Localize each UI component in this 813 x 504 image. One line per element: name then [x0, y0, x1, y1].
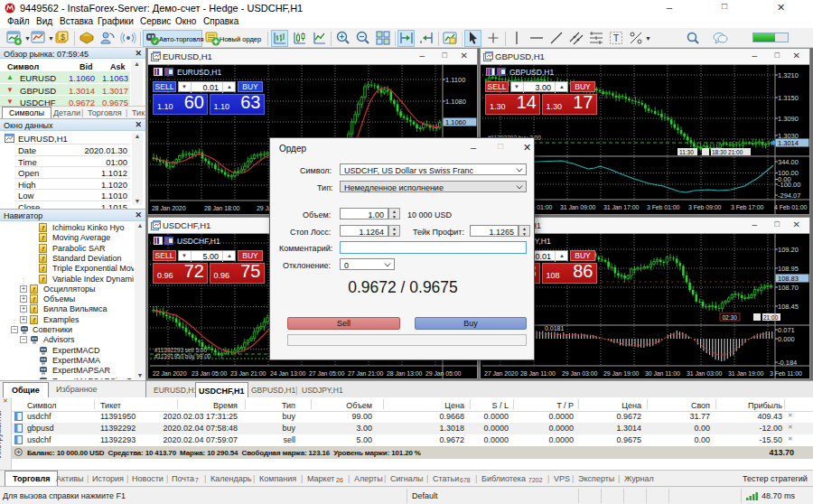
svg-text:21:00: 21:00 [763, 314, 779, 321]
svg-text:0.0181: 0.0181 [545, 325, 565, 331]
svg-text:0.000: 0.000 [778, 335, 795, 343]
svg-text:3 Feb 11:00: 3 Feb 11:00 [770, 370, 802, 377]
svg-text:109.20: 109.20 [778, 246, 799, 254]
svg-text:108.45: 108.45 [778, 303, 799, 311]
svg-text:4 Feb 01:00: 4 Feb 01:00 [774, 204, 807, 210]
svg-text:-0.184: -0.184 [778, 359, 797, 367]
svg-text:30 Jan 11:00: 30 Jan 11:00 [645, 370, 680, 377]
svg-text:18:30 21:00: 18:30 21:00 [712, 149, 743, 155]
svg-text:1.3090: 1.3090 [778, 115, 799, 123]
svg-text:24 Jan 13:00: 24 Jan 13:00 [270, 370, 305, 377]
svg-text:31 Jan 17:00: 31 Jan 17:00 [603, 204, 639, 210]
svg-text:108.70: 108.70 [778, 284, 799, 292]
svg-text:1.1100: 1.1100 [445, 76, 465, 84]
svg-text:27 Jan 21:00: 27 Jan 21:00 [348, 370, 383, 377]
svg-text:23 Jan 05:00: 23 Jan 05:00 [192, 370, 227, 377]
svg-text:1.1080: 1.1080 [445, 98, 466, 106]
svg-text:23 Jan 21:00: 23 Jan 21:00 [230, 370, 266, 377]
svg-text:3 Feb 01:00: 3 Feb 01:00 [647, 204, 679, 210]
svg-text:-100.00: -100.00 [778, 181, 800, 189]
svg-text:108.95: 108.95 [778, 265, 799, 273]
svg-text:31 Jan 19:00: 31 Jan 19:00 [728, 370, 763, 377]
svg-text:#11391950 buy 99.00: #11391950 buy 99.00 [154, 353, 211, 360]
svg-text:28 Jan 11:00: 28 Jan 11:00 [520, 370, 556, 377]
svg-text:0.071: 0.071 [778, 326, 795, 334]
svg-text:29 Jan 03:00: 29 Jan 03:00 [562, 370, 597, 377]
svg-text:28 Jan 2020: 28 Jan 2020 [152, 205, 186, 211]
svg-text:108.83: 108.83 [778, 275, 799, 283]
svg-text:27 Jan 05:00: 27 Jan 05:00 [309, 370, 344, 377]
svg-text:3 Feb 09:00: 3 Feb 09:00 [688, 204, 721, 210]
svg-text:344.00: 344.00 [778, 158, 799, 166]
svg-text:1.3150: 1.3150 [778, 94, 799, 102]
svg-text:1.3210: 1.3210 [778, 71, 799, 79]
svg-text:27 Jan 2020: 27 Jan 2020 [484, 370, 519, 377]
svg-text:29 Jan 19:00: 29 Jan 19:00 [603, 370, 639, 377]
svg-text:11:30: 11:30 [679, 149, 694, 155]
svg-text:1.1060: 1.1060 [445, 118, 466, 126]
svg-text:28 Jan 18:00: 28 Jan 18:00 [204, 205, 239, 211]
svg-text:29 Jan 05:00: 29 Jan 05:00 [425, 370, 461, 377]
svg-text:22 Jan 2020: 22 Jan 2020 [153, 370, 187, 377]
svg-text:28 Jan 13:00: 28 Jan 13:00 [387, 370, 422, 377]
svg-text:31 Jan 09:00: 31 Jan 09:00 [560, 204, 595, 210]
svg-text:3 Feb 17:00: 3 Feb 17:00 [731, 204, 763, 210]
svg-text:1.3014: 1.3014 [778, 139, 799, 147]
svg-text:31 Jan 03:00: 31 Jan 03:00 [687, 370, 722, 377]
svg-text:-294.07: -294.07 [778, 191, 800, 200]
svg-text:T: T [613, 33, 619, 43]
svg-text:02:30: 02:30 [723, 314, 738, 321]
